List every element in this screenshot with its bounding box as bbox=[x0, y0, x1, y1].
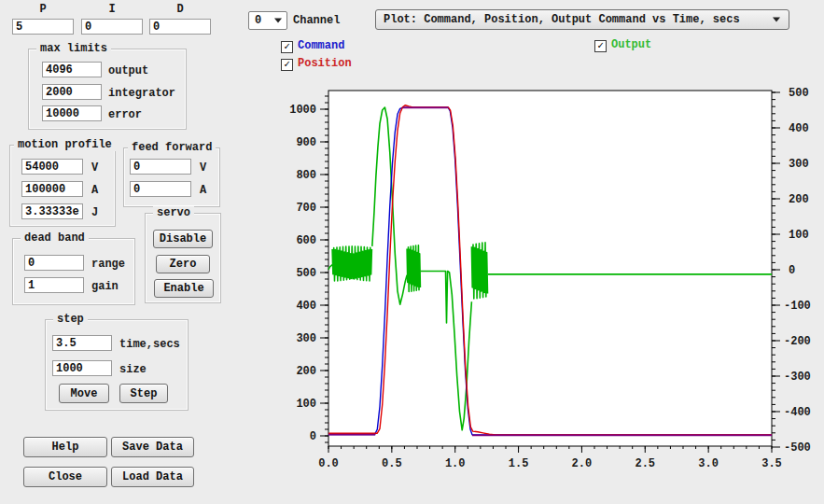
velocity-label: V bbox=[91, 161, 98, 175]
feed-forward-title: feed forward bbox=[128, 141, 216, 154]
i-label: I bbox=[81, 3, 143, 16]
svg-text:300: 300 bbox=[296, 332, 316, 345]
svg-text:400: 400 bbox=[296, 300, 316, 313]
step-size-field[interactable] bbox=[52, 360, 112, 376]
jerk-field[interactable] bbox=[21, 203, 83, 219]
range-field[interactable] bbox=[24, 255, 84, 271]
plot-type-select[interactable]: Plot: Command, Position, Output Command … bbox=[375, 9, 789, 30]
zero-button[interactable]: Zero bbox=[156, 255, 210, 273]
output-limit-field[interactable] bbox=[42, 62, 102, 77]
y-axis-left: 01002003004005006007008009001000 bbox=[289, 96, 328, 443]
chevron-down-icon bbox=[274, 19, 282, 23]
chevron-down-icon bbox=[773, 18, 780, 22]
svg-text:1000: 1000 bbox=[289, 104, 316, 117]
channel-value: 0 bbox=[249, 14, 261, 27]
svg-text:100: 100 bbox=[296, 398, 316, 411]
d-field[interactable] bbox=[149, 19, 211, 35]
plot-area bbox=[328, 91, 772, 446]
svg-text:500: 500 bbox=[789, 87, 809, 100]
servo-title: servo bbox=[153, 206, 194, 219]
svg-text:700: 700 bbox=[296, 202, 316, 215]
step-time-field[interactable] bbox=[52, 335, 112, 351]
y-axis-right: -500-400-300-200-1000100200300400500 bbox=[772, 87, 811, 455]
channel-label: Channel bbox=[293, 14, 340, 27]
feed-forward-group: feed forward V A bbox=[123, 147, 220, 207]
step-time-label: time,secs bbox=[119, 338, 180, 351]
step-button[interactable]: Step bbox=[119, 384, 168, 403]
svg-text:1.0: 1.0 bbox=[445, 457, 466, 470]
i-field[interactable] bbox=[81, 19, 143, 35]
acceleration-field[interactable] bbox=[21, 181, 83, 197]
dead-band-title: dead band bbox=[21, 231, 89, 245]
output-checkbox[interactable]: ✓ bbox=[594, 40, 607, 52]
plot-type-value: Plot: Command, Position, Output Command … bbox=[376, 13, 740, 26]
p-label: P bbox=[12, 3, 74, 16]
enable-button[interactable]: Enable bbox=[154, 279, 214, 298]
velocity-field[interactable] bbox=[21, 159, 83, 175]
svg-text:0.0: 0.0 bbox=[318, 457, 339, 470]
command-checkbox-label: Command bbox=[298, 39, 344, 52]
position-checkbox-label: Position bbox=[298, 57, 352, 70]
disable-button[interactable]: Disable bbox=[153, 230, 213, 248]
ff-acceleration-label: A bbox=[200, 184, 206, 197]
plot-canvas: 0.00.51.01.52.02.53.03.50100200300400500… bbox=[275, 79, 824, 495]
svg-text:500: 500 bbox=[296, 267, 316, 280]
help-button[interactable]: Help bbox=[23, 437, 107, 457]
svg-text:-200: -200 bbox=[784, 335, 811, 348]
ff-acceleration-field[interactable] bbox=[130, 181, 191, 197]
error-limit-field[interactable] bbox=[42, 105, 102, 121]
svg-text:0: 0 bbox=[789, 264, 795, 277]
motion-profile-title: motion profile bbox=[14, 138, 116, 151]
svg-text:0: 0 bbox=[310, 430, 316, 443]
step-size-label: size bbox=[119, 363, 147, 376]
max-limits-title: max limits bbox=[36, 42, 111, 55]
step-group: step time,secs size Move Step bbox=[45, 319, 189, 411]
x-axis: 0.00.51.01.52.02.53.03.5 bbox=[318, 446, 782, 470]
channel-select[interactable]: 0 bbox=[248, 11, 287, 30]
dead-band-group: dead band range gain bbox=[12, 238, 135, 305]
servo-group: servo Disable Zero Enable bbox=[145, 213, 221, 303]
svg-text:0.5: 0.5 bbox=[382, 457, 402, 470]
command-checkbox[interactable]: ✓ bbox=[281, 41, 293, 53]
acceleration-label: A bbox=[91, 184, 98, 197]
svg-text:-100: -100 bbox=[784, 300, 811, 313]
svg-text:-500: -500 bbox=[784, 441, 811, 455]
svg-text:200: 200 bbox=[296, 365, 316, 378]
max-limits-group: max limits output integrator error bbox=[28, 49, 187, 130]
p-field[interactable] bbox=[12, 19, 74, 35]
gain-field[interactable] bbox=[24, 277, 84, 293]
ff-velocity-field[interactable] bbox=[130, 159, 191, 175]
jerk-label: J bbox=[91, 206, 98, 219]
range-label: range bbox=[91, 258, 125, 271]
svg-text:400: 400 bbox=[789, 122, 809, 135]
position-checkbox[interactable]: ✓ bbox=[281, 59, 293, 71]
svg-text:2.5: 2.5 bbox=[635, 457, 655, 470]
output-limit-label: output bbox=[108, 64, 148, 77]
svg-text:2.0: 2.0 bbox=[572, 457, 593, 470]
svg-text:3.0: 3.0 bbox=[698, 457, 719, 470]
output-checkbox-label: Output bbox=[611, 38, 651, 51]
svg-text:1.5: 1.5 bbox=[509, 457, 529, 470]
svg-text:900: 900 bbox=[296, 136, 316, 149]
svg-text:-400: -400 bbox=[784, 406, 811, 419]
svg-text:100: 100 bbox=[789, 229, 809, 242]
svg-text:300: 300 bbox=[789, 158, 809, 171]
svg-text:200: 200 bbox=[789, 193, 809, 206]
error-limit-label: error bbox=[108, 108, 142, 121]
load-data-button[interactable]: Load Data bbox=[111, 467, 194, 487]
close-button[interactable]: Close bbox=[23, 467, 107, 487]
svg-text:-300: -300 bbox=[784, 371, 811, 384]
step-title: step bbox=[53, 313, 88, 326]
gain-label: gain bbox=[91, 280, 119, 293]
integrator-limit-label: integrator bbox=[108, 87, 175, 100]
save-data-button[interactable]: Save Data bbox=[111, 437, 194, 457]
servo-tuning-window: { "pid": {"p_label":"P","i_label":"I","d… bbox=[0, 0, 824, 504]
move-button[interactable]: Move bbox=[59, 384, 109, 403]
svg-text:3.5: 3.5 bbox=[761, 457, 782, 470]
svg-text:800: 800 bbox=[296, 169, 316, 182]
svg-text:600: 600 bbox=[296, 234, 316, 247]
d-label: D bbox=[149, 3, 211, 16]
motion-profile-group: motion profile V A J bbox=[9, 145, 116, 227]
ff-velocity-label: V bbox=[200, 161, 206, 175]
integrator-limit-field[interactable] bbox=[42, 84, 102, 100]
